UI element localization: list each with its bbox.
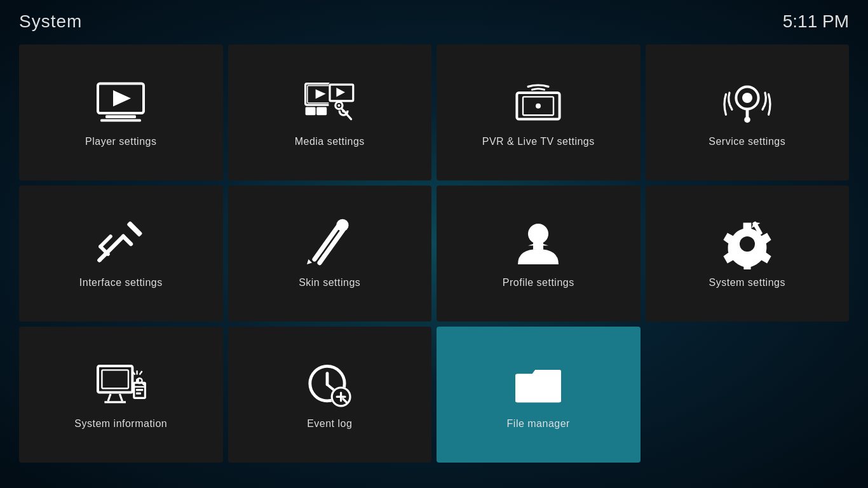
- interface-settings-label: Interface settings: [79, 277, 163, 288]
- svg-point-24: [744, 117, 750, 123]
- svg-point-40: [740, 236, 755, 252]
- svg-rect-66: [515, 379, 561, 402]
- header: System 5:11 PM: [0, 0, 868, 38]
- system-settings-label: System settings: [709, 277, 785, 288]
- svg-marker-36: [307, 259, 312, 264]
- event-log[interactable]: Event log: [228, 327, 432, 463]
- svg-line-55: [140, 371, 142, 375]
- svg-point-16: [337, 104, 340, 107]
- interface-settings[interactable]: Interface settings: [19, 186, 223, 322]
- svg-rect-2: [105, 115, 136, 118]
- profile-settings-label: Profile settings: [503, 277, 574, 288]
- file-manager-label: File manager: [507, 418, 570, 430]
- svg-rect-25: [745, 108, 749, 117]
- svg-line-44: [108, 394, 111, 401]
- media-icon: [304, 78, 355, 128]
- pvr-settings[interactable]: PVR & Live TV settings: [437, 44, 641, 180]
- skin-icon: [304, 219, 355, 269]
- sysinfo-icon: [95, 360, 146, 410]
- svg-point-35: [336, 219, 348, 231]
- svg-rect-29: [126, 221, 142, 237]
- eventlog-icon: [304, 360, 355, 410]
- svg-rect-3: [100, 119, 141, 122]
- player-settings-label: Player settings: [85, 136, 156, 147]
- profile-settings[interactable]: Profile settings: [437, 186, 641, 322]
- svg-marker-1: [113, 90, 131, 107]
- svg-rect-49: [136, 389, 143, 391]
- svg-line-27: [123, 236, 131, 244]
- empty: [646, 327, 850, 463]
- pvr-settings-label: PVR & Live TV settings: [482, 136, 595, 147]
- svg-line-11: [346, 114, 351, 119]
- event-log-label: Event log: [307, 418, 352, 430]
- svg-line-45: [120, 394, 123, 401]
- settings-grid: Player settings Media settings PVR & Liv…: [0, 38, 868, 482]
- svg-point-37: [528, 224, 548, 244]
- profile-icon: [513, 219, 564, 269]
- pvr-icon: [513, 78, 564, 128]
- player-icon: [95, 78, 146, 128]
- svg-rect-50: [136, 393, 141, 395]
- interface-icon: [95, 219, 146, 269]
- svg-line-28: [100, 254, 106, 261]
- svg-rect-43: [102, 370, 129, 388]
- media-settings[interactable]: Media settings: [228, 44, 432, 180]
- media-settings-label: Media settings: [295, 136, 365, 147]
- system-information-label: System information: [74, 418, 167, 430]
- svg-marker-6: [315, 89, 325, 98]
- svg-line-30: [100, 236, 111, 247]
- page-title: System: [19, 11, 82, 32]
- svg-rect-8: [316, 107, 327, 115]
- svg-rect-7: [305, 107, 315, 115]
- svg-point-20: [536, 104, 541, 109]
- system-icon: [722, 219, 773, 269]
- skin-settings[interactable]: Skin settings: [228, 186, 432, 322]
- player-settings[interactable]: Player settings: [19, 44, 223, 180]
- service-icon: [722, 78, 773, 128]
- service-settings[interactable]: Service settings: [646, 44, 850, 180]
- clock: 5:11 PM: [783, 11, 849, 32]
- system-information[interactable]: System information: [19, 327, 223, 463]
- service-settings-label: Service settings: [709, 136, 785, 147]
- filemanager-icon: [513, 360, 564, 410]
- file-manager[interactable]: File manager: [437, 327, 641, 463]
- system-settings[interactable]: System settings: [646, 186, 850, 322]
- skin-settings-label: Skin settings: [299, 277, 360, 288]
